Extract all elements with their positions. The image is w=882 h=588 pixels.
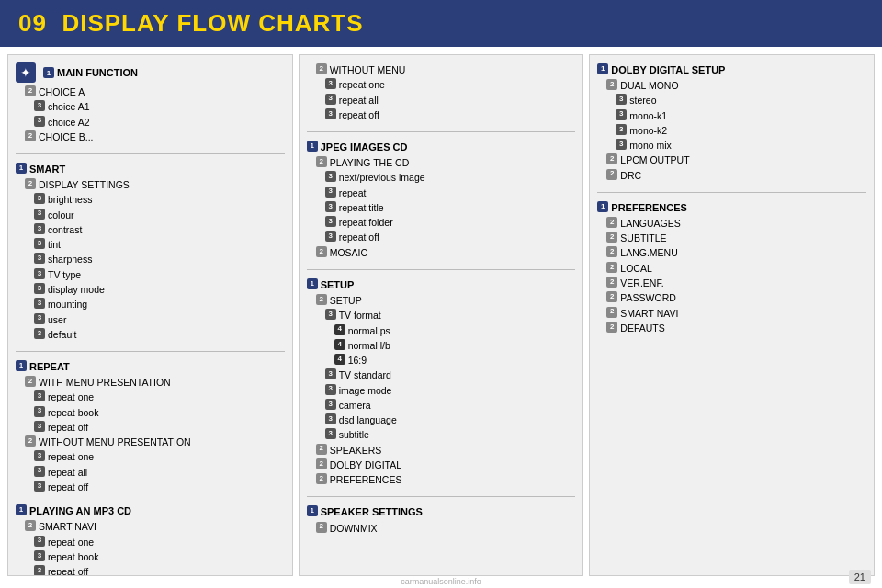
item-label: PREFERENCES (330, 472, 402, 487)
badge-level3: 3 (34, 193, 45, 204)
badge-level3: 3 (34, 209, 45, 220)
badge-level3: 3 (325, 428, 336, 439)
list-item: 3next/previous image (307, 170, 576, 185)
item-label: default (48, 327, 77, 342)
list-item: 3repeat off (16, 480, 285, 494)
list-item: 416:9 (307, 353, 576, 368)
item-label: subtitle (339, 427, 369, 442)
badge-level3: 3 (34, 550, 45, 561)
badge-level3: 3 (325, 231, 336, 242)
item-label: repeat one (339, 77, 385, 92)
list-item: 2WITHOUT MENU PRESENTATION (16, 435, 285, 449)
badge-level2: 2 (25, 376, 36, 387)
list-item: 1SPEAKER SETTINGS (307, 504, 576, 520)
list-item: 1SMART (16, 162, 285, 177)
badge-level3: 3 (616, 124, 627, 135)
item-label: SETUP (321, 277, 355, 293)
badge-level2: 2 (316, 444, 327, 455)
list-item: 3TV standard (307, 368, 576, 382)
badge-level3: 3 (34, 390, 45, 401)
item-label: DEFAUTS (620, 321, 664, 335)
badge-level3: 3 (34, 536, 45, 547)
divider (597, 192, 866, 193)
list-item: 2SMART NAVI (16, 519, 285, 534)
list-item: 3repeat folder (307, 215, 576, 230)
badge-level3: 3 (616, 109, 627, 120)
list-item: 3repeat one (16, 449, 285, 464)
list-item: 2PREFERENCES (307, 472, 576, 487)
item-label: repeat book (48, 549, 98, 564)
badge-level3: 3 (325, 78, 336, 89)
badge-level3: 3 (34, 406, 45, 417)
badge-level3: 3 (325, 368, 336, 379)
item-label: DRC (620, 168, 641, 183)
item-label: PLAYING THE CD (330, 155, 410, 170)
item-label: DISPLAY SETTINGS (39, 177, 130, 192)
item-label: repeat all (48, 465, 87, 480)
chapter-title: DISPLAY FLOW CHARTS (62, 9, 363, 37)
list-item: 2DUAL MONO (597, 78, 866, 93)
badge-level3: 3 (325, 94, 336, 105)
list-item: 3sharpness (16, 252, 285, 266)
item-label: repeat one (48, 535, 94, 549)
list-item: 3repeat book (16, 549, 285, 564)
badge-level3: 3 (34, 328, 45, 339)
item-label: choice A2 (48, 115, 90, 130)
item-label: TV format (339, 308, 381, 322)
list-item: 3repeat one (307, 77, 576, 92)
column-2: 2WITHOUT MENU3repeat one3repeat all3repe… (299, 54, 584, 576)
divider (307, 269, 576, 270)
badge-level2: 2 (316, 156, 327, 167)
list-item: 2SUBTITLE (597, 231, 866, 245)
item-label: WITHOUT MENU (330, 62, 406, 77)
section-speaker-settings: 1SPEAKER SETTINGS2DOWNMIX (307, 504, 576, 535)
list-item: 2SMART NAVI (597, 306, 866, 321)
item-label: mono-k2 (629, 123, 667, 138)
list-item: 2DRC (597, 168, 866, 183)
list-item: 3TV format (307, 308, 576, 322)
badge-level3: 3 (325, 216, 336, 227)
item-label: stereo (629, 93, 656, 107)
item-label: LANGUAGES (620, 216, 680, 231)
item-label: sharpness (48, 252, 92, 266)
badge-level3: 3 (325, 171, 336, 182)
list-item: 2DOLBY DIGITAL (307, 458, 576, 472)
badge-level4: 4 (334, 354, 345, 365)
item-label: mounting (48, 297, 87, 311)
divider (16, 351, 285, 352)
list-item: 3display mode (16, 282, 285, 297)
item-label: PREFERENCES (611, 200, 687, 216)
list-item: 4normal l/b (307, 338, 576, 353)
list-item: 2WITH MENU PRESENTATION (16, 375, 285, 390)
badge-level2: 2 (25, 85, 36, 96)
page-number: 21 (849, 570, 871, 584)
item-label: PLAYING AN MP3 CD (29, 503, 131, 519)
item-label: MOSAIC (330, 245, 368, 260)
item-label: dsd language (339, 413, 397, 427)
item-label: image mode (339, 383, 392, 398)
star-icon: ✦ (16, 62, 36, 83)
badge-level2: 2 (25, 435, 36, 447)
item-label: JPEG IMAGES CD (321, 140, 408, 155)
chapter-number: 09 (18, 9, 47, 37)
badge-level2: 2 (316, 473, 327, 484)
item-label: repeat one (48, 390, 94, 404)
item-label: LANG.MENU (620, 245, 677, 260)
list-item: 2DOWNMIX (307, 521, 576, 536)
list-item: 2VER.ENF. (597, 276, 866, 290)
badge-level3: 3 (616, 139, 627, 150)
item-label: WITHOUT MENU PRESENTATION (39, 435, 191, 449)
list-item: 2PLAYING THE CD (307, 155, 576, 170)
list-item: 3repeat (307, 186, 576, 200)
list-item: 3mono-k1 (597, 108, 866, 123)
list-item: 4normal.ps (307, 323, 576, 338)
item-label: repeat off (48, 420, 88, 435)
item-label: TV type (48, 267, 81, 282)
page-title: 09 DISPLAY FLOW CHARTS (18, 9, 364, 38)
list-item: 3subtitle (307, 427, 576, 442)
badge-level1: 1 (307, 505, 318, 516)
item-label: WITH MENU PRESENTATION (39, 375, 171, 390)
badge-level3: 3 (325, 384, 336, 395)
badge-level3: 3 (325, 201, 336, 212)
list-item: 3TV type (16, 267, 285, 282)
